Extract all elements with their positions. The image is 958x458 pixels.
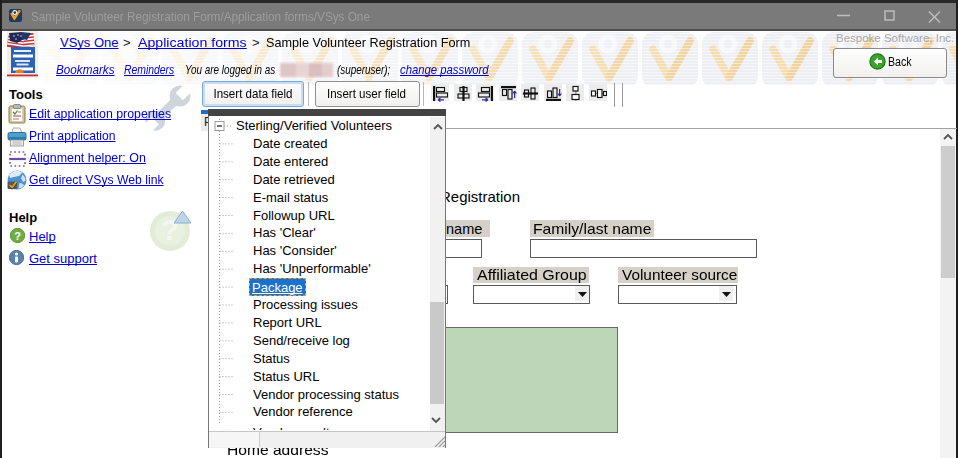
- svg-text:?: ?: [14, 230, 21, 242]
